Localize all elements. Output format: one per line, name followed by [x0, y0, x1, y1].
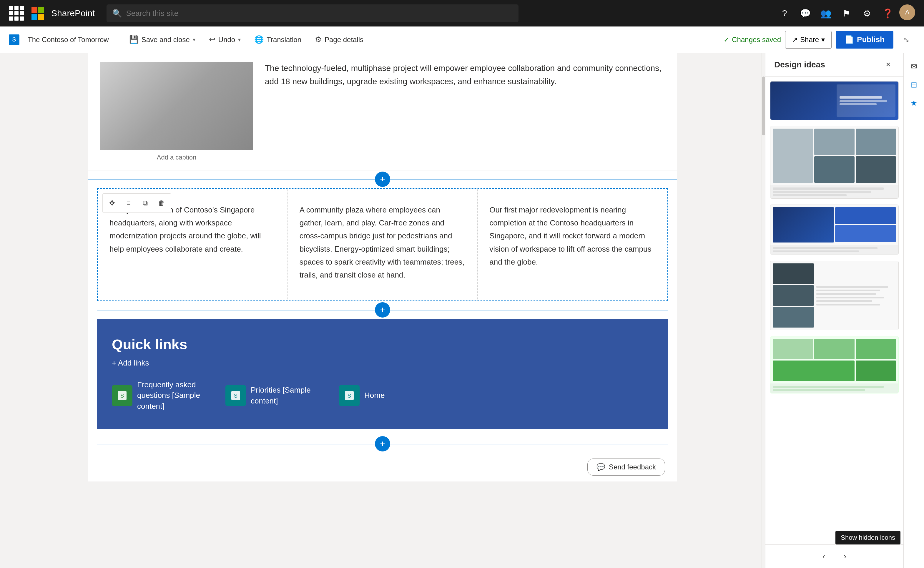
translation-button[interactable]: 🌐 Translation	[249, 31, 306, 48]
people-icon[interactable]: 👥	[817, 5, 835, 22]
panel-close-button[interactable]: ✕	[882, 58, 895, 71]
app-name: SharePoint	[51, 8, 95, 18]
search-box[interactable]: 🔍	[107, 5, 518, 22]
design-ideas-panel: Design ideas ✕	[765, 53, 903, 568]
help-icon[interactable]: ?	[776, 5, 793, 22]
undo-chevron-icon: ▾	[238, 36, 241, 43]
link-item-2[interactable]: S Priorities [Sample content]	[225, 379, 327, 411]
link-item-3[interactable]: S Home	[339, 379, 385, 411]
share-button[interactable]: ↗ Share ▾	[785, 31, 832, 48]
rail-star-icon[interactable]: ★	[906, 95, 922, 111]
link-item-1[interactable]: S Frequently asked questions [Sample con…	[112, 379, 214, 411]
panel-title: Design ideas	[774, 60, 825, 69]
move-section-button[interactable]: ✥	[104, 195, 120, 211]
link-icon-1: S	[112, 385, 133, 406]
undo-button[interactable]: ↩ Undo ▾	[204, 31, 246, 48]
prev-ideas-button[interactable]: ‹	[816, 549, 832, 564]
main-area: Add a caption The technology-fueled, mul…	[0, 53, 924, 568]
svg-text:S: S	[234, 393, 237, 399]
share-chevron-icon: ▾	[821, 36, 825, 44]
column-2[interactable]: A community plaza where employees can ga…	[288, 189, 478, 301]
top-bar: SharePoint 🔍 ? 💬 👥 ⚑ ⚙ ❓ A	[0, 0, 924, 27]
article-image	[100, 62, 253, 150]
svg-text:S: S	[347, 393, 351, 399]
add-icon-1[interactable]: +	[375, 172, 390, 187]
link-icon-2: S	[225, 385, 246, 406]
svg-text:S: S	[120, 393, 124, 399]
editor-area[interactable]: Add a caption The technology-fueled, mul…	[0, 53, 765, 568]
search-icon: 🔍	[112, 9, 122, 18]
link-label-1: Frequently asked questions [Sample conte…	[137, 379, 214, 411]
checkmark-icon: ✓	[723, 36, 729, 44]
link-label-2: Priorities [Sample content]	[251, 385, 327, 406]
details-icon: ⚙	[315, 35, 322, 44]
send-feedback-button[interactable]: 💬 Send feedback	[587, 459, 665, 476]
command-bar: S The Contoso of Tomorrow 💾 Save and clo…	[0, 27, 924, 53]
show-hidden-tooltip: Show hidden icons	[835, 531, 900, 544]
columns-container: A major renovation of Contoso's Singapor…	[98, 189, 667, 301]
next-ideas-button[interactable]: ›	[838, 549, 853, 564]
add-section-button-1[interactable]: +	[88, 171, 677, 188]
feedback-icon[interactable]: 💬	[796, 5, 814, 22]
add-icon-3[interactable]: +	[375, 436, 390, 452]
delete-section-button[interactable]: 🗑	[154, 195, 169, 211]
design-idea-2[interactable]	[770, 126, 899, 199]
page-details-button[interactable]: ⚙ Page details	[310, 31, 369, 48]
editor-content: Add a caption The technology-fueled, mul…	[88, 53, 677, 482]
panel-header: Design ideas ✕	[765, 53, 903, 77]
link-icon-3: S	[339, 385, 359, 406]
collapse-button[interactable]: ⤡	[897, 31, 915, 48]
feedback-icon-btn: 💬	[596, 463, 605, 471]
image-text-section: Add a caption The technology-fueled, mul…	[88, 53, 677, 171]
design-idea-3[interactable]	[770, 204, 899, 255]
article-para-1: The technology-fueled, multiphase projec…	[265, 62, 665, 88]
top-bar-icons: ? 💬 👥 ⚑ ⚙ ❓ A	[776, 5, 915, 22]
translation-icon: 🌐	[254, 35, 264, 44]
design-idea-5[interactable]	[770, 336, 899, 393]
duplicate-section-button[interactable]: ⧉	[137, 195, 153, 211]
microsoft-logo[interactable]	[30, 6, 45, 21]
add-section-button-3[interactable]: +	[97, 435, 668, 453]
add-links-button[interactable]: + Add links	[112, 358, 653, 367]
scrollbar-track[interactable]	[762, 53, 765, 568]
cmd-right-area: ✓ Changes saved ↗ Share ▾ 📄 Publish ⤡	[723, 31, 915, 48]
feedback-area: 💬 Send feedback	[88, 453, 677, 482]
site-icon: S	[9, 35, 20, 45]
flag-icon[interactable]: ⚑	[838, 5, 855, 22]
changes-saved-indicator: ✓ Changes saved	[723, 36, 781, 44]
undo-icon: ↩	[209, 35, 215, 44]
links-grid: S Frequently asked questions [Sample con…	[112, 379, 653, 411]
article-text: The technology-fueled, multiphase projec…	[253, 62, 665, 161]
quick-links-section: Quick links + Add links S Frequently ask…	[97, 319, 668, 429]
rail-mail-icon[interactable]: ✉	[906, 59, 922, 74]
settings-icon[interactable]: ⚙	[858, 5, 876, 22]
rail-layout-icon[interactable]: ⊟	[906, 77, 922, 92]
right-rail: ✉ ⊟ ★	[903, 53, 924, 568]
column-3[interactable]: Our first major redevelopment is nearing…	[478, 189, 667, 301]
quick-links-title: Quick links	[112, 336, 653, 353]
image-caption[interactable]: Add a caption	[157, 154, 196, 161]
scrollbar-thumb[interactable]	[762, 77, 765, 135]
publish-button[interactable]: 📄 Publish	[836, 31, 894, 48]
three-col-section: ✥ ≡ ⧉ 🗑 A major renovation of Contoso's …	[97, 188, 668, 301]
design-idea-1[interactable]	[770, 81, 899, 120]
design-ideas-list[interactable]	[765, 77, 903, 544]
add-icon-2[interactable]: +	[375, 302, 390, 317]
search-input[interactable]	[126, 9, 513, 18]
link-label-3: Home	[364, 390, 385, 400]
avatar[interactable]: A	[899, 5, 915, 20]
waffle-menu[interactable]	[9, 6, 24, 21]
site-name[interactable]: The Contoso of Tomorrow	[23, 31, 114, 48]
design-idea-4[interactable]	[770, 261, 899, 330]
add-section-button-2[interactable]: +	[97, 301, 668, 319]
save-chevron-icon: ▾	[193, 36, 195, 43]
question-icon[interactable]: ❓	[879, 5, 896, 22]
save-icon: 💾	[129, 35, 139, 44]
publish-icon: 📄	[844, 35, 854, 44]
save-close-button[interactable]: 💾 Save and close ▾	[124, 31, 201, 48]
section-toolbar: ✥ ≡ ⧉ 🗑	[103, 193, 171, 213]
share-icon: ↗	[792, 36, 798, 44]
section-settings-button[interactable]: ≡	[121, 195, 136, 211]
